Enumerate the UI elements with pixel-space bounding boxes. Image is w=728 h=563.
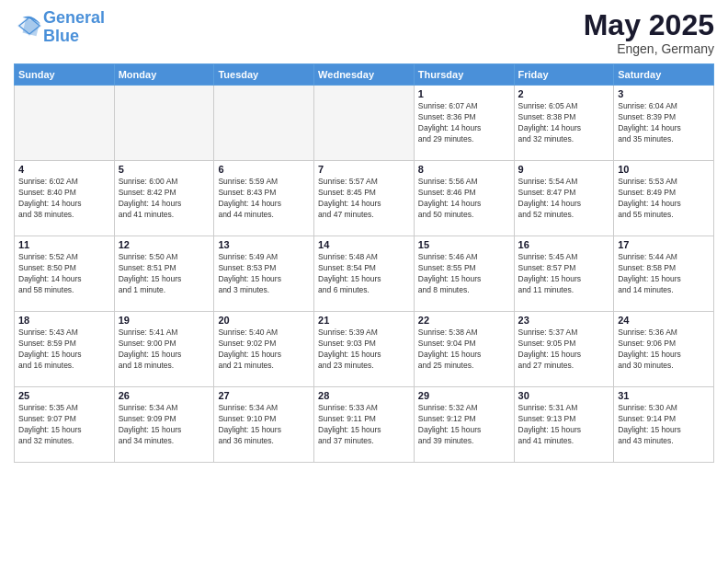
day-number: 4 xyxy=(18,164,110,175)
day-number: 24 xyxy=(618,315,710,326)
calendar-cell-4-6: 31Sunrise: 5:30 AMSunset: 9:14 PMDayligh… xyxy=(614,387,714,463)
calendar-cell-2-4: 15Sunrise: 5:46 AMSunset: 8:55 PMDayligh… xyxy=(414,236,514,312)
day-info: Sunrise: 5:44 AMSunset: 8:58 PMDaylight:… xyxy=(618,252,710,296)
day-number: 10 xyxy=(618,164,710,175)
day-info: Sunrise: 5:30 AMSunset: 9:14 PMDaylight:… xyxy=(618,403,710,447)
calendar-cell-1-4: 8Sunrise: 5:56 AMSunset: 8:46 PMDaylight… xyxy=(414,161,514,236)
day-number: 30 xyxy=(518,390,610,401)
day-number: 20 xyxy=(218,315,310,326)
day-info: Sunrise: 5:43 AMSunset: 8:59 PMDaylight:… xyxy=(18,327,110,372)
day-number: 23 xyxy=(518,315,610,326)
week-row-3: 11Sunrise: 5:52 AMSunset: 8:50 PMDayligh… xyxy=(15,236,714,312)
day-info: Sunrise: 5:37 AMSunset: 9:05 PMDaylight:… xyxy=(518,327,610,372)
day-info: Sunrise: 5:36 AMSunset: 9:06 PMDaylight:… xyxy=(618,327,710,372)
calendar-cell-4-0: 25Sunrise: 5:35 AMSunset: 9:07 PMDayligh… xyxy=(15,387,115,463)
day-number: 9 xyxy=(518,164,610,175)
calendar-cell-0-5: 2Sunrise: 6:05 AMSunset: 8:38 PMDaylight… xyxy=(514,86,614,161)
title-block: May 2025 Engen, Germany xyxy=(584,9,714,56)
day-number: 2 xyxy=(518,88,610,99)
day-number: 18 xyxy=(18,315,110,326)
header-monday: Monday xyxy=(114,64,214,86)
calendar-cell-0-3 xyxy=(314,86,415,161)
header-sunday: Sunday xyxy=(15,64,115,86)
day-info: Sunrise: 5:35 AMSunset: 9:07 PMDaylight:… xyxy=(18,403,110,447)
logo-text: General Blue xyxy=(43,9,105,46)
header-saturday: Saturday xyxy=(614,64,714,86)
calendar-cell-1-2: 6Sunrise: 5:59 AMSunset: 8:43 PMDaylight… xyxy=(214,161,314,236)
day-info: Sunrise: 5:56 AMSunset: 8:46 PMDaylight:… xyxy=(418,177,510,221)
day-info: Sunrise: 5:54 AMSunset: 8:47 PMDaylight:… xyxy=(518,177,610,221)
day-info: Sunrise: 5:40 AMSunset: 9:02 PMDaylight:… xyxy=(218,327,310,372)
day-info: Sunrise: 5:39 AMSunset: 9:03 PMDaylight:… xyxy=(318,327,410,372)
day-number: 1 xyxy=(418,88,510,99)
calendar-cell-2-3: 14Sunrise: 5:48 AMSunset: 8:54 PMDayligh… xyxy=(314,236,415,312)
day-info: Sunrise: 5:33 AMSunset: 9:11 PMDaylight:… xyxy=(318,403,410,447)
calendar-cell-2-5: 16Sunrise: 5:45 AMSunset: 8:57 PMDayligh… xyxy=(514,236,614,312)
day-number: 7 xyxy=(318,164,410,175)
header: General Blue May 2025 Engen, Germany xyxy=(14,9,714,56)
week-row-4: 18Sunrise: 5:43 AMSunset: 8:59 PMDayligh… xyxy=(15,312,714,387)
day-info: Sunrise: 5:53 AMSunset: 8:49 PMDaylight:… xyxy=(618,177,710,221)
day-number: 28 xyxy=(318,390,410,401)
calendar-cell-1-5: 9Sunrise: 5:54 AMSunset: 8:47 PMDaylight… xyxy=(514,161,614,236)
day-info: Sunrise: 5:34 AMSunset: 9:09 PMDaylight:… xyxy=(119,403,210,447)
day-number: 13 xyxy=(218,239,310,250)
day-number: 27 xyxy=(218,390,310,401)
calendar-cell-1-3: 7Sunrise: 5:57 AMSunset: 8:45 PMDaylight… xyxy=(314,161,415,236)
calendar-cell-1-0: 4Sunrise: 6:02 AMSunset: 8:40 PMDaylight… xyxy=(15,161,115,236)
day-info: Sunrise: 5:34 AMSunset: 9:10 PMDaylight:… xyxy=(218,403,310,447)
calendar-cell-0-0 xyxy=(15,86,115,161)
header-tuesday: Tuesday xyxy=(214,64,314,86)
day-info: Sunrise: 5:52 AMSunset: 8:50 PMDaylight:… xyxy=(18,252,110,296)
calendar-cell-4-3: 28Sunrise: 5:33 AMSunset: 9:11 PMDayligh… xyxy=(314,387,415,463)
calendar-cell-0-6: 3Sunrise: 6:04 AMSunset: 8:39 PMDaylight… xyxy=(614,86,714,161)
day-info: Sunrise: 5:45 AMSunset: 8:57 PMDaylight:… xyxy=(518,252,610,296)
day-number: 12 xyxy=(119,239,210,250)
week-row-2: 4Sunrise: 6:02 AMSunset: 8:40 PMDaylight… xyxy=(15,161,714,236)
day-number: 25 xyxy=(18,390,110,401)
day-number: 15 xyxy=(418,239,510,250)
calendar-cell-3-2: 20Sunrise: 5:40 AMSunset: 9:02 PMDayligh… xyxy=(214,312,314,387)
page: General Blue May 2025 Engen, Germany Sun… xyxy=(0,0,728,563)
calendar-cell-1-1: 5Sunrise: 6:00 AMSunset: 8:42 PMDaylight… xyxy=(114,161,214,236)
logo-icon xyxy=(16,12,43,40)
calendar-cell-3-6: 24Sunrise: 5:36 AMSunset: 9:06 PMDayligh… xyxy=(614,312,714,387)
day-info: Sunrise: 5:48 AMSunset: 8:54 PMDaylight:… xyxy=(318,252,410,296)
calendar-cell-0-2 xyxy=(214,86,314,161)
day-info: Sunrise: 6:02 AMSunset: 8:40 PMDaylight:… xyxy=(18,177,110,221)
header-thursday: Thursday xyxy=(414,64,514,86)
day-number: 29 xyxy=(418,390,510,401)
logo: General Blue xyxy=(14,9,105,46)
week-row-1: 1Sunrise: 6:07 AMSunset: 8:36 PMDaylight… xyxy=(15,86,714,161)
logo-blue: Blue xyxy=(43,27,79,45)
day-info: Sunrise: 6:04 AMSunset: 8:39 PMDaylight:… xyxy=(618,101,710,145)
day-number: 14 xyxy=(318,239,410,250)
calendar-cell-4-1: 26Sunrise: 5:34 AMSunset: 9:09 PMDayligh… xyxy=(114,387,214,463)
calendar-header-row: Sunday Monday Tuesday Wednesday Thursday… xyxy=(15,64,714,86)
calendar-cell-2-0: 11Sunrise: 5:52 AMSunset: 8:50 PMDayligh… xyxy=(15,236,115,312)
day-info: Sunrise: 5:46 AMSunset: 8:55 PMDaylight:… xyxy=(418,252,510,296)
calendar-cell-4-2: 27Sunrise: 5:34 AMSunset: 9:10 PMDayligh… xyxy=(214,387,314,463)
day-info: Sunrise: 5:57 AMSunset: 8:45 PMDaylight:… xyxy=(318,177,410,221)
header-wednesday: Wednesday xyxy=(314,64,415,86)
calendar-cell-2-2: 13Sunrise: 5:49 AMSunset: 8:53 PMDayligh… xyxy=(214,236,314,312)
header-friday: Friday xyxy=(514,64,614,86)
day-info: Sunrise: 6:00 AMSunset: 8:42 PMDaylight:… xyxy=(119,177,210,221)
day-number: 6 xyxy=(218,164,310,175)
day-info: Sunrise: 5:49 AMSunset: 8:53 PMDaylight:… xyxy=(218,252,310,296)
calendar-cell-0-1 xyxy=(114,86,214,161)
day-number: 8 xyxy=(418,164,510,175)
day-info: Sunrise: 6:07 AMSunset: 8:36 PMDaylight:… xyxy=(418,101,510,145)
calendar-cell-3-0: 18Sunrise: 5:43 AMSunset: 8:59 PMDayligh… xyxy=(15,312,115,387)
day-number: 5 xyxy=(119,164,210,175)
calendar: Sunday Monday Tuesday Wednesday Thursday… xyxy=(14,63,714,463)
day-info: Sunrise: 5:41 AMSunset: 9:00 PMDaylight:… xyxy=(119,327,210,372)
calendar-cell-0-4: 1Sunrise: 6:07 AMSunset: 8:36 PMDaylight… xyxy=(414,86,514,161)
day-number: 16 xyxy=(518,239,610,250)
calendar-cell-4-4: 29Sunrise: 5:32 AMSunset: 9:12 PMDayligh… xyxy=(414,387,514,463)
day-info: Sunrise: 5:50 AMSunset: 8:51 PMDaylight:… xyxy=(119,252,210,296)
week-row-5: 25Sunrise: 5:35 AMSunset: 9:07 PMDayligh… xyxy=(15,387,714,463)
day-info: Sunrise: 5:38 AMSunset: 9:04 PMDaylight:… xyxy=(418,327,510,372)
logo-general: General xyxy=(43,8,105,27)
calendar-cell-3-1: 19Sunrise: 5:41 AMSunset: 9:00 PMDayligh… xyxy=(114,312,214,387)
